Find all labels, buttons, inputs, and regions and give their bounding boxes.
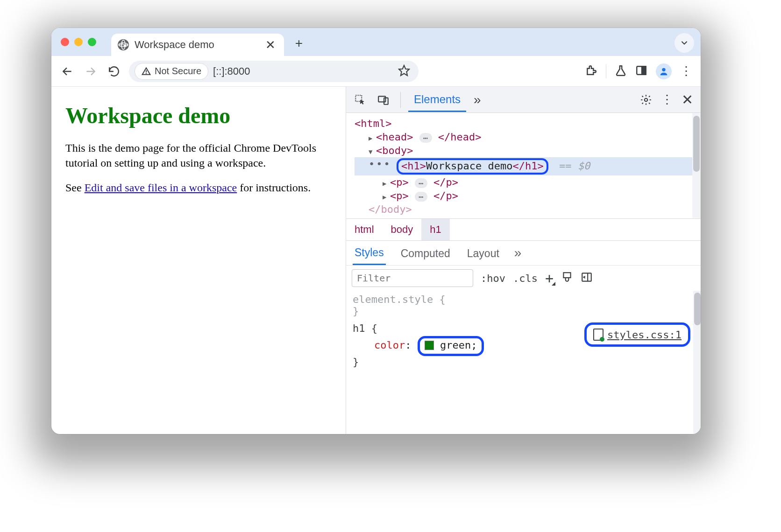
profile-button[interactable] xyxy=(656,63,672,79)
warning-icon xyxy=(142,67,151,76)
crumb-h1[interactable]: h1 xyxy=(421,219,449,240)
toggle-sidebar-button[interactable] xyxy=(581,271,593,285)
ellipsis-icon[interactable]: ⋯ xyxy=(415,192,427,202)
computed-panel-button[interactable] xyxy=(561,271,573,285)
expand-icon[interactable] xyxy=(369,131,376,143)
source-file-link[interactable]: styles.css:1 xyxy=(607,329,682,341)
expand-icon[interactable] xyxy=(383,190,390,202)
callout-highlight-source: styles.css:1 xyxy=(584,322,690,347)
devtools-close-button[interactable]: ✕ xyxy=(679,91,696,108)
dom-html-open: <html> xyxy=(355,118,391,129)
color-property[interactable]: color xyxy=(374,339,405,351)
para2-prefix: See xyxy=(65,182,85,194)
security-chip[interactable]: Not Secure xyxy=(135,63,208,80)
dom-h1-close: </h1> xyxy=(512,160,543,172)
workspace-docs-link[interactable]: Edit and save files in a workspace xyxy=(85,182,237,194)
minimize-window-button[interactable] xyxy=(74,38,83,46)
side-panel-button[interactable] xyxy=(635,64,647,78)
separator xyxy=(400,92,401,108)
page-content: Workspace demo This is the demo page for… xyxy=(51,87,346,434)
svg-rect-10 xyxy=(642,66,646,74)
tab-title: Workspace demo xyxy=(135,39,214,51)
back-button[interactable] xyxy=(59,63,76,80)
svg-point-1 xyxy=(119,43,128,47)
forward-button[interactable] xyxy=(82,63,99,80)
browser-window: Workspace demo ✕ + Not Secure [::]:8000 xyxy=(51,28,701,434)
flask-icon xyxy=(615,64,627,77)
gear-icon xyxy=(640,94,652,106)
expand-icon[interactable] xyxy=(383,176,390,188)
separator xyxy=(606,64,606,78)
svg-point-0 xyxy=(119,40,128,49)
dom-h1-open: <h1> xyxy=(401,160,426,172)
dom-body-open: <body> xyxy=(376,145,413,156)
device-toggle-button[interactable] xyxy=(374,91,393,109)
new-tab-button[interactable]: + xyxy=(291,35,307,52)
arrow-right-icon xyxy=(85,65,97,77)
side-panel-icon xyxy=(635,64,647,77)
row-actions-icon[interactable]: ••• xyxy=(369,158,391,170)
browser-menu-button[interactable]: ⋮ xyxy=(680,64,693,78)
hov-toggle[interactable]: :hov xyxy=(481,273,505,284)
ellipsis-icon[interactable]: ⋯ xyxy=(419,133,432,143)
close-window-button[interactable] xyxy=(61,38,69,46)
extensions-button[interactable] xyxy=(585,64,597,78)
devtools-toolbar: Elements » ⋮ ✕ xyxy=(346,87,701,113)
scrollbar-thumb[interactable] xyxy=(694,293,701,325)
browser-tab[interactable]: Workspace demo ✕ xyxy=(111,34,284,56)
labs-button[interactable] xyxy=(615,64,627,78)
chevron-down-icon xyxy=(680,38,689,48)
page-paragraph-1: This is the demo page for the official C… xyxy=(65,140,332,171)
globe-icon xyxy=(118,39,129,50)
dom-h1-text: Workspace demo xyxy=(426,160,512,172)
ellipsis-icon[interactable]: ⋯ xyxy=(415,178,427,188)
tab-computed[interactable]: Computed xyxy=(399,242,452,265)
devtools-tab-elements[interactable]: Elements xyxy=(408,87,466,112)
star-icon xyxy=(398,64,410,77)
styles-tab-strip: Styles Computed Layout » xyxy=(346,240,701,265)
reload-icon xyxy=(108,65,120,77)
scrollbar[interactable] xyxy=(693,291,701,434)
devtools-tabs-overflow[interactable]: » xyxy=(471,92,484,107)
scrollbar-thumb[interactable] xyxy=(693,116,700,172)
svg-point-7 xyxy=(146,73,147,73)
scrollbar[interactable] xyxy=(692,113,701,218)
close-brace: } xyxy=(353,356,694,368)
address-bar[interactable]: Not Secure [::]:8000 xyxy=(129,61,419,82)
arrow-left-icon xyxy=(61,65,73,77)
svg-point-15 xyxy=(645,98,648,101)
dom-p2-close: </p> xyxy=(433,190,458,202)
dom-tree[interactable]: <html> <head> ⋯ </head> <body> ••• <h1>W… xyxy=(346,113,701,218)
cls-toggle[interactable]: .cls xyxy=(513,273,538,284)
bookmark-button[interactable] xyxy=(398,64,410,78)
tab-layout[interactable]: Layout xyxy=(465,242,501,265)
content-split: Workspace demo This is the demo page for… xyxy=(51,87,701,434)
dom-p-close: </p> xyxy=(433,176,458,188)
styles-tabs-overflow[interactable]: » xyxy=(514,245,522,260)
devtools-panel: Elements » ⋮ ✕ <html> <head> ⋯ </head> <… xyxy=(346,87,701,434)
reload-button[interactable] xyxy=(106,63,122,80)
svg-point-2 xyxy=(121,40,125,49)
collapse-icon[interactable] xyxy=(369,145,376,156)
styles-rules[interactable]: element.style { } h1 { color: green; } xyxy=(346,291,701,374)
tabs-dropdown-button[interactable] xyxy=(674,33,694,53)
new-style-rule-button[interactable]: + xyxy=(545,270,554,287)
crumb-html[interactable]: html xyxy=(346,219,383,240)
color-value[interactable]: green; xyxy=(440,339,477,351)
close-brace: } xyxy=(353,305,694,317)
crumb-body[interactable]: body xyxy=(383,219,422,240)
svg-marker-8 xyxy=(399,65,409,76)
file-icon xyxy=(593,329,604,341)
inspect-element-button[interactable] xyxy=(351,91,369,109)
dom-selected-row[interactable]: ••• <h1>Workspace demo</h1> == $0 xyxy=(355,157,701,175)
devtools-menu-button[interactable]: ⋮ xyxy=(661,92,673,107)
tab-styles[interactable]: Styles xyxy=(353,241,386,265)
close-tab-button[interactable]: ✕ xyxy=(265,39,276,51)
kebab-icon: ⋮ xyxy=(680,64,693,78)
fullscreen-window-button[interactable] xyxy=(88,38,96,46)
dom-p-open: <p> xyxy=(390,176,409,188)
devtools-settings-button[interactable] xyxy=(637,91,655,109)
devices-icon xyxy=(377,94,390,106)
color-swatch[interactable] xyxy=(425,341,434,350)
styles-filter-input[interactable] xyxy=(352,269,473,287)
